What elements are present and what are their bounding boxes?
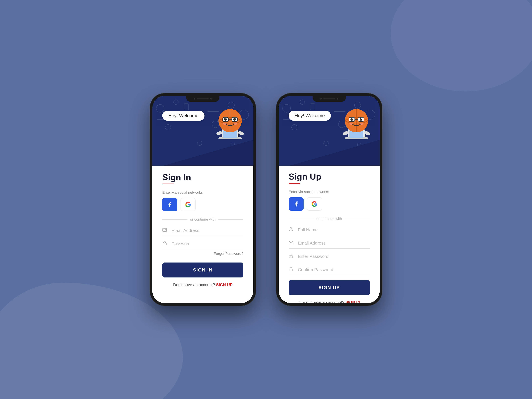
mascot-signup [340,104,373,141]
envelope-icon-su [289,240,293,245]
signin-alt-link[interactable]: SIGN UP [216,282,233,287]
svg-point-54 [360,118,362,121]
svg-point-30 [165,244,165,244]
signin-phone-inner: Hey! Welcome [152,96,253,303]
signup-name-group [289,227,370,235]
svg-point-26 [223,123,226,125]
signup-email-group [289,240,370,248]
welcome-badge-signin: Hey! Welcome [162,111,204,121]
signin-or-text: or continue with [190,217,216,222]
svg-point-22 [224,118,227,121]
svg-point-25 [234,118,236,119]
signup-or-divider: or continue with [289,217,370,221]
svg-point-32 [300,100,305,105]
signup-title: Sign Up [289,171,370,182]
signin-title: Sign In [162,172,243,182]
signin-social-buttons [162,198,243,211]
signin-title-underline [162,184,174,184]
svg-point-57 [349,123,353,125]
facebook-icon [167,202,173,208]
signin-alt-action: Don't have an account? SIGN UP [162,282,243,287]
signup-password-group [289,253,370,262]
signin-password-input[interactable] [171,241,243,246]
signup-password-input[interactable] [298,254,370,259]
facebook-icon-su [293,201,299,207]
signin-submit-button[interactable]: SIGN IN [162,262,243,278]
svg-point-16 [238,131,244,136]
phones-container: Hey! Welcome [150,93,382,306]
signup-confirm-password-input[interactable] [298,267,370,272]
svg-rect-6 [184,104,189,110]
person-icon [289,227,295,233]
signin-password-group [162,241,243,249]
envelope-icon [162,228,167,232]
signup-email-input[interactable] [298,241,370,246]
signup-submit-button[interactable]: SIGN UP [289,280,370,295]
signup-phone: Hey! Welcome [276,93,382,306]
lock-icon [162,241,168,247]
bg-decoration-2 [391,0,532,91]
signup-alt-link[interactable]: SIGN IN [345,300,360,303]
svg-point-1 [174,100,178,105]
signup-content: Sign Up Enter via social networks [279,165,380,303]
svg-point-31 [283,104,291,112]
signin-alt-text: Don't have an account? [173,282,215,287]
svg-point-58 [360,123,363,125]
signup-name-input[interactable] [298,227,370,232]
svg-point-24 [225,118,226,119]
google-signin-button[interactable] [181,198,196,211]
signin-header: Hey! Welcome [152,96,253,165]
signup-confirm-password-group [289,267,370,275]
svg-point-59 [290,228,291,229]
svg-point-64 [291,270,291,270]
signup-header: Hey! Welcome [279,96,380,165]
mascot-signin [214,104,247,141]
welcome-badge-signup: Hey! Welcome [289,111,331,121]
svg-point-27 [234,123,237,125]
notch-signup [313,96,346,102]
facebook-signin-button[interactable] [162,198,177,211]
svg-point-56 [361,118,362,119]
basketball-mascot-svg [214,104,247,142]
svg-point-46 [342,131,349,136]
notch-signin [186,96,219,102]
svg-point-15 [216,131,223,136]
person-icon-svg [289,227,293,232]
svg-point-47 [364,131,371,136]
svg-point-23 [233,118,236,121]
notch-speaker-su [323,98,335,99]
svg-point-10 [197,141,202,146]
svg-point-62 [291,257,291,257]
signup-or-text: or continue with [316,217,342,221]
signup-social-buttons [289,197,370,211]
signin-phone: Hey! Welcome [150,93,256,306]
facebook-signup-button[interactable] [289,197,304,211]
email-icon-su [289,240,295,246]
google-signup-button[interactable] [307,197,322,211]
signin-email-input[interactable] [171,228,243,233]
svg-point-53 [350,118,353,121]
signup-alt-text: Already have an account? [298,300,344,303]
notch-dot-2 [210,98,212,100]
svg-point-35 [291,125,297,130]
signin-social-label: Enter via social networks [162,190,243,195]
signup-social-label: Enter via social networks [289,190,370,194]
lock-icon-su [289,253,295,259]
notch-dot [194,98,195,100]
svg-point-0 [156,104,164,112]
notch-dot-su [320,98,322,100]
svg-point-4 [165,125,171,130]
forgot-password-link[interactable]: Forgot Password? [162,252,243,256]
svg-point-41 [324,141,329,146]
lock-icon-svg [162,241,167,246]
svg-point-55 [352,118,353,119]
signin-email-group [162,228,243,236]
signup-alt-action: Already have an account? SIGN IN [289,300,370,303]
notch-speaker [197,98,209,99]
notch-dot-su-2 [337,98,338,100]
signin-or-divider: or continue with [162,217,243,222]
svg-rect-37 [310,104,315,110]
lock-icon-su-2 [289,267,295,273]
signup-title-underline [289,183,300,184]
lock-icon-svg-su [289,253,293,258]
